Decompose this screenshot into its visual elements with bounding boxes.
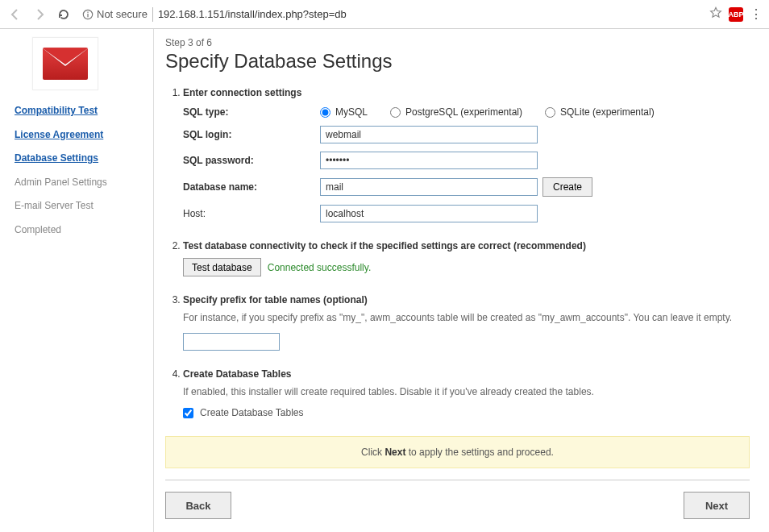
radio-sqlite-input[interactable] <box>545 107 555 118</box>
section-connection: Enter connection settings SQL type: MySQ… <box>183 87 750 222</box>
prefix-input[interactable] <box>183 333 280 351</box>
host-input[interactable] <box>320 205 538 222</box>
sidebar-item-completed: Completed <box>15 224 148 237</box>
back-nav-icon[interactable] <box>6 6 24 23</box>
section-prefix: Specify prefix for table names (optional… <box>183 294 750 351</box>
section-connection-title: Enter connection settings <box>183 87 301 98</box>
main-content: Step 3 of 6 Specify Database Settings En… <box>153 29 769 532</box>
app-logo <box>32 37 98 90</box>
radio-sqlite[interactable]: SQLite (experimental) <box>545 106 655 118</box>
test-ok-message: Connected successfully. <box>268 262 372 273</box>
sidebar-item-admin: Admin Panel Settings <box>15 177 148 189</box>
apply-notice: Click Next to apply the settings and pro… <box>165 436 750 468</box>
create-db-button[interactable]: Create <box>542 177 592 197</box>
browser-toolbar: Not secure 192.168.1.151/install/index.p… <box>0 0 769 29</box>
reload-icon[interactable] <box>55 6 73 23</box>
insecure-label: Not secure <box>97 8 148 20</box>
abp-icon[interactable]: ABP <box>729 7 743 22</box>
section-prefix-title: Specify prefix for table names (optional… <box>183 294 368 305</box>
back-button[interactable]: Back <box>165 492 231 519</box>
url-text: 192.168.1.151/install/index.php?step=db <box>158 8 347 20</box>
url-bar[interactable]: Not secure 192.168.1.151/install/index.p… <box>79 4 703 25</box>
next-button[interactable]: Next <box>684 492 750 519</box>
svg-rect-2 <box>87 11 88 12</box>
section-test-title: Test database connectivity to check if t… <box>183 240 586 251</box>
sql-password-label: SQL password: <box>183 155 320 166</box>
radio-postgres-input[interactable] <box>390 107 401 118</box>
sql-login-input[interactable] <box>320 126 538 143</box>
radio-mysql[interactable]: MySQL <box>320 106 368 118</box>
svg-rect-1 <box>87 13 88 16</box>
section-create-tables-title: Create Database Tables <box>183 368 292 380</box>
sql-login-label: SQL login: <box>183 129 320 140</box>
prefix-help: For instance, if you specify prefix as "… <box>183 310 750 325</box>
sql-password-input[interactable] <box>320 152 538 169</box>
section-create-tables: Create Database Tables If enabled, this … <box>183 368 750 418</box>
test-db-button[interactable]: Test database <box>183 258 261 276</box>
sidebar-item-license[interactable]: License Agreement <box>15 129 148 142</box>
forward-nav-icon[interactable] <box>31 6 48 23</box>
url-separator <box>152 7 153 22</box>
radio-mysql-input[interactable] <box>320 107 330 118</box>
menu-kebab-icon[interactable]: ⋮ <box>750 6 763 22</box>
section-test: Test database connectivity to check if t… <box>183 240 750 276</box>
host-label: Host: <box>183 208 320 219</box>
page-title: Specify Database Settings <box>165 50 750 73</box>
create-tables-help: If enabled, this installer will create r… <box>183 384 750 399</box>
sidebar-item-database[interactable]: Database Settings <box>15 152 148 165</box>
bookmark-star-icon[interactable] <box>709 6 722 22</box>
create-tables-checkbox-label: Create Database Tables <box>200 407 304 418</box>
step-indicator: Step 3 of 6 <box>165 37 750 48</box>
db-name-input[interactable] <box>320 178 538 196</box>
radio-postgres[interactable]: PostgreSQL (experimental) <box>390 106 522 118</box>
sidebar-item-email: E-mail Server Test <box>15 200 148 213</box>
insecure-badge: Not secure <box>82 8 148 20</box>
info-icon <box>82 9 94 20</box>
db-name-label: Database name: <box>183 181 320 193</box>
sql-type-label: SQL type: <box>183 106 320 118</box>
sidebar-item-compatibility[interactable]: Compatibility Test <box>15 105 148 118</box>
sidebar: Compatibility Test License Agreement Dat… <box>0 29 153 532</box>
create-tables-checkbox[interactable] <box>183 408 193 418</box>
